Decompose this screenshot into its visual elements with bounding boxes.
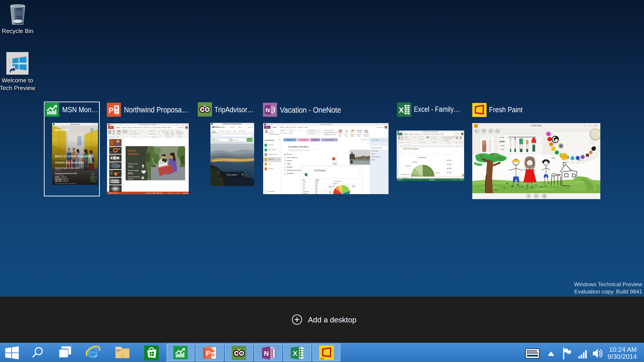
svg-text:☰ ☰ ☰ ╎: ☰ ☰ ☰ ╎ [149,130,156,132]
svg-text:Housing: Housing [435,172,440,173]
svg-text:11: 11 [291,130,292,131]
svg-text:✂ Cut: ✂ Cut [269,130,273,131]
svg-text:80%: 80% [128,172,133,175]
svg-text:Clipboard: Clipboard [398,142,403,143]
svg-text:highlights: highlights [128,152,139,155]
svg-text:Tasks: Tasks [350,135,354,137]
svg-text:Font: Font [132,136,135,138]
svg-text:ab Replace: ab Replace [176,132,184,134]
svg-text:Tag: Tag [339,135,341,137]
svg-text:Find: Find [345,134,347,135]
svg-text:˄: ˄ [385,135,386,137]
svg-text:X: X [399,106,404,114]
svg-text:Drawing: Drawing [166,136,171,138]
svg-text:4: 4 [397,156,398,158]
svg-text:7: 7 [108,186,108,187]
svg-text:B I U □ ◑ A: B I U □ ◑ A [404,139,411,140]
svg-text:11: 11 [414,136,416,138]
svg-text:DOW 17,068.62: DOW 17,068.62 [55,176,66,178]
svg-text:Rio de Janeiro: Rio de Janeiro [227,174,237,176]
svg-text:x: x [333,158,334,160]
svg-text:x: x [305,174,306,176]
svg-text:8: 8 [397,169,398,170]
svg-text:Heading 2: Heading 2 [308,132,316,134]
svg-text:▭ Format as Table: ▭ Format as Table [442,138,452,139]
svg-text:Font: Font [408,142,410,143]
svg-text:$4,000: $4,000 [447,160,452,161]
svg-text:B I U S abc AV: B I U S abc AV [129,133,140,134]
svg-text:Brand loyalty: Brand loyalty [128,170,138,172]
svg-text:Number: Number [432,142,437,143]
svg-text:+: + [538,136,538,138]
svg-text:$3,800: $3,800 [447,168,452,169]
svg-text:4: 4 [108,163,108,164]
svg-text:26%: 26% [352,186,355,188]
svg-text:7%: 7% [333,184,335,185]
svg-text:5%: 5% [330,187,332,188]
svg-text:7: 7 [397,166,398,167]
svg-text:Slides: Slides [116,136,120,138]
svg-text:2: 2 [397,151,398,153]
svg-text:✒ Format Painter: ✒ Format Painter [268,134,279,135]
svg-text:9: 9 [397,172,398,173]
svg-text:Family Budget: Family Budget [402,147,418,150]
svg-text:Education: Education [405,165,412,166]
svg-text:6: 6 [397,162,398,164]
svg-text:$: $ [142,166,144,168]
svg-text:Sales up by: Sales up by [128,163,138,165]
svg-text:∷ · ∷ · ≡ ≡: ∷ · ∷ · ≡ ≡ [295,130,302,131]
svg-text:1: 1 [108,140,108,141]
svg-text:▭ Conditional Formatting: ▭ Conditional Formatting [442,136,456,138]
svg-text:+7.48 ▲: +7.48 ▲ [90,180,96,182]
svg-text:5: 5 [397,159,398,161]
svg-text:Clipboard: Clipboard [109,136,114,138]
svg-text:Calibri (Bod: Calibri (Bod [130,130,136,132]
svg-text:A: A [400,146,401,147]
svg-text:B: B [405,146,406,147]
svg-text:$3,900: $3,900 [447,164,452,165]
svg-text:+83.55 ▲: +83.55 ▲ [90,176,97,178]
svg-text:★ Important (Ctrl+2): ★ Important (Ctrl+2) [323,132,337,134]
svg-text:To Do: To Do [338,134,342,135]
svg-text:3: 3 [397,154,398,155]
svg-text:Meeting: Meeting [364,134,368,135]
svg-text:SA: SA [320,357,324,360]
svg-text:Vacation: Vacation [412,161,418,163]
svg-text:Holiday hiring to increase by: Holiday hiring to increase by 5% [55,167,80,169]
svg-text:P: P [108,106,114,114]
svg-text:NASDAQ 4,584.35: NASDAQ 4,584.35 [55,178,68,180]
svg-text:F: F [440,146,441,147]
svg-text:Categories: Categories [418,156,427,158]
svg-text:P: P [206,350,210,357]
svg-text:▣ Copy: ▣ Copy [269,132,274,133]
svg-text:Calibri: Calibri [405,136,408,138]
svg-text:Calibri: Calibri [281,130,285,131]
svg-text:Heading 1: Heading 1 [308,130,316,132]
svg-text:N: N [264,350,269,357]
svg-text:H: H [457,146,458,147]
svg-text:Entertainment: Entertainment [401,174,410,175]
svg-text:+22.07 ▲: +22.07 ▲ [90,178,97,180]
svg-text:☲ ☲ ☲ ☲: ☲ ☲ ☲ ☲ [149,133,156,134]
svg-text:Projected top stocks for 2015: Projected top stocks for 2015 [55,173,77,174]
svg-text:X: X [293,350,297,357]
svg-text:–: – [506,136,507,138]
svg-text:Outlook: Outlook [350,134,355,135]
svg-text:Styles: Styles [447,142,450,143]
svg-text:Editing: Editing [460,142,463,143]
svg-text:☑ To Do (Ctrl+1): ☑ To Do (Ctrl+1) [323,130,334,132]
svg-text:Gainsboro: Gainsboro [55,169,61,170]
svg-text:Tags: Tags [345,135,348,137]
svg-text:$ · % · ‰: $ · % · ‰ [431,139,437,140]
svg-text:Annual: Annual [128,149,136,152]
svg-text:N: N [266,107,270,114]
svg-text:Paragraph: Paragraph [151,136,157,138]
svg-text:General: General [432,136,436,138]
svg-text:Cells: Cells [456,142,458,143]
svg-text:Last Updated 9/30/2014 3:30 PM: Last Updated 9/30/2014 3:30 PM EDT. [55,183,76,184]
svg-text:i: i [93,174,93,175]
svg-text:3: 3 [108,155,108,156]
svg-text:10: 10 [397,174,398,176]
svg-text:🔍 Find: 🔍 Find [176,130,181,132]
svg-text:11: 11 [140,130,142,132]
